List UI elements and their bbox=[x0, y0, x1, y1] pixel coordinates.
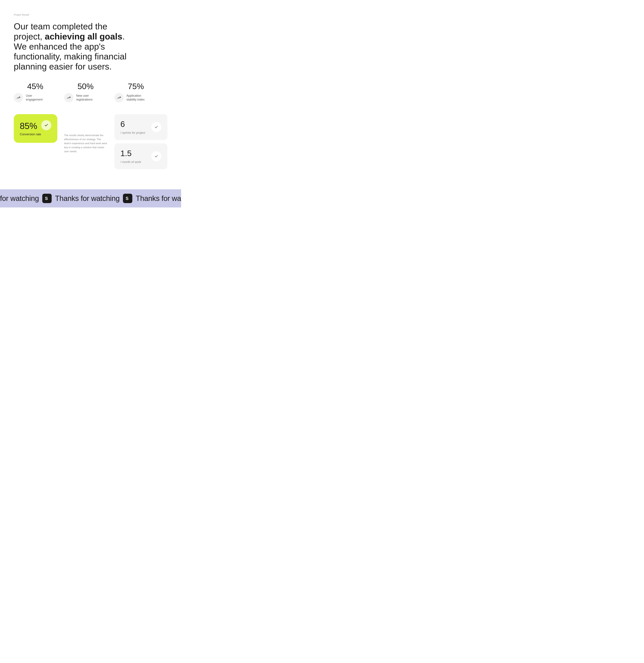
trending-up-icon-3 bbox=[117, 96, 121, 100]
check-icon-month bbox=[155, 154, 158, 158]
stat-icon-circle-registrations bbox=[64, 93, 73, 103]
svg-text:S: S bbox=[45, 196, 48, 201]
month-card-content: 1.5 / month of work bbox=[120, 149, 141, 164]
sprints-label: / sprints for project bbox=[120, 131, 145, 135]
month-value: 1.5 bbox=[120, 149, 141, 158]
banner-logo-1: S bbox=[42, 194, 52, 203]
stat-icon-circle-stability bbox=[114, 93, 124, 103]
stats-row: 45% Userengagement 50% bbox=[14, 82, 167, 103]
section-label: Project Result bbox=[14, 14, 167, 16]
check-icon-green bbox=[44, 123, 48, 127]
month-label: / month of work bbox=[120, 160, 141, 164]
banner-text-2: Thanks for watching bbox=[55, 194, 120, 203]
banner-text-4: r watching bbox=[167, 194, 181, 203]
stat-item-registrations: 50% New userregistrations bbox=[64, 82, 114, 103]
stat-item-stability: 75% Applicationstability index bbox=[114, 82, 165, 103]
lower-section: 85% Conversion rate The results clearly … bbox=[14, 114, 167, 169]
description-text: The results clearly demonstrate the effe… bbox=[64, 133, 108, 153]
sprints-value: 6 bbox=[120, 119, 145, 129]
page-wrapper: Project Result Our team completed the pr… bbox=[0, 0, 181, 207]
stat-label-engagement: Userengagement bbox=[26, 94, 43, 102]
stat-item-engagement: 45% Userengagement bbox=[14, 82, 64, 103]
stat-bottom-engagement: Userengagement bbox=[14, 93, 64, 103]
conversion-check-circle bbox=[41, 120, 51, 130]
stat-bottom-stability: Applicationstability index bbox=[114, 93, 165, 103]
sprints-check-circle bbox=[151, 122, 161, 132]
check-icon-sprints bbox=[155, 125, 158, 129]
sprints-card-content: 6 / sprints for project bbox=[120, 119, 145, 135]
headline: Our team completed the project, achievin… bbox=[14, 21, 128, 72]
stat-bottom-registrations: New userregistrations bbox=[64, 93, 114, 103]
trending-up-icon-2 bbox=[67, 96, 71, 100]
conversion-card: 85% Conversion rate bbox=[14, 114, 58, 143]
banner-logo-2: S bbox=[123, 194, 132, 203]
svg-text:S: S bbox=[125, 196, 129, 201]
banner-track: for watching S Thanks for watching S Tha… bbox=[0, 194, 181, 203]
banner-text-3: Thanks fo bbox=[136, 194, 167, 203]
s-logo-icon-1: S bbox=[44, 196, 50, 201]
month-check-circle bbox=[151, 151, 161, 161]
trending-up-icon-1 bbox=[17, 96, 20, 100]
stat-label-stability: Applicationstability index bbox=[127, 94, 144, 102]
stat-value-registrations: 50% bbox=[77, 82, 114, 91]
stat-value-engagement: 45% bbox=[27, 82, 64, 91]
sprints-card: 6 / sprints for project bbox=[114, 114, 167, 140]
s-logo-icon-2: S bbox=[125, 196, 131, 201]
footer-banner: for watching S Thanks for watching S Tha… bbox=[0, 189, 181, 207]
main-content: Project Result Our team completed the pr… bbox=[0, 0, 181, 189]
headline-bold: achieving all goals bbox=[45, 31, 122, 41]
stat-label-registrations: New userregistrations bbox=[76, 94, 93, 102]
right-cards: 6 / sprints for project 1.5 / month of w… bbox=[114, 114, 167, 169]
banner-text-1: for watching bbox=[0, 194, 39, 203]
stat-icon-circle-engagement bbox=[14, 93, 23, 103]
conversion-label: Conversion rate bbox=[20, 133, 51, 136]
stat-value-stability: 75% bbox=[128, 82, 165, 91]
month-card: 1.5 / month of work bbox=[114, 143, 167, 169]
